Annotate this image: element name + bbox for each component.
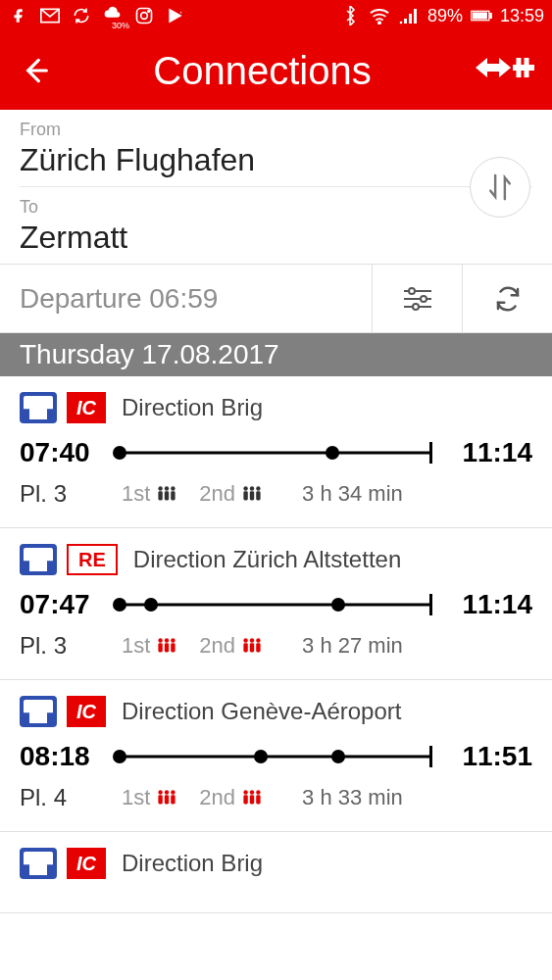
svg-point-46: [243, 790, 247, 794]
svg-point-28: [159, 638, 163, 642]
to-label: To: [20, 197, 532, 218]
svg-rect-49: [250, 795, 254, 804]
second-class-label: 2nd: [199, 785, 235, 810]
signal-icon: [398, 5, 420, 26]
svg-rect-31: [165, 643, 169, 652]
direction-label: Direction Brig: [122, 394, 263, 421]
battery-icon: [471, 5, 492, 26]
svg-point-15: [413, 304, 419, 310]
connection-item[interactable]: RE Direction Zürich Altstetten 07:47 11:…: [0, 528, 552, 680]
direction-label: Direction Brig: [122, 850, 263, 877]
sync-icon: [71, 5, 92, 26]
direction-label: Direction Genève-Aéroport: [122, 698, 401, 725]
facebook-icon: [8, 5, 29, 26]
journey-timeline: [120, 592, 432, 617]
duration-label: 3 h 27 min: [302, 633, 403, 659]
svg-point-38: [256, 638, 260, 642]
departure-time: 07:40: [20, 437, 108, 468]
svg-point-3: [148, 11, 150, 13]
svg-point-14: [421, 296, 427, 302]
train-badge: IC: [67, 392, 106, 423]
journey-timeline: [120, 744, 432, 769]
filter-button[interactable]: [372, 265, 462, 332]
swap-icon: [485, 171, 515, 204]
svg-rect-29: [159, 643, 163, 652]
svg-point-5: [400, 22, 403, 24]
svg-point-26: [256, 486, 260, 490]
duration-label: 3 h 33 min: [302, 785, 403, 810]
svg-point-20: [172, 486, 176, 490]
platform-label: Pl. 3: [20, 480, 122, 508]
journey-timeline: [120, 440, 432, 466]
search-panel: From Zürich Flughafen To Zermatt: [0, 110, 552, 265]
svg-rect-17: [159, 491, 163, 500]
svg-rect-47: [243, 795, 247, 804]
arrival-time: 11:14: [444, 589, 532, 620]
svg-point-4: [378, 22, 380, 24]
svg-rect-23: [243, 491, 247, 500]
sliders-icon: [402, 286, 433, 312]
back-button[interactable]: [18, 55, 49, 86]
from-field[interactable]: From Zürich Flughafen: [0, 110, 552, 186]
occupancy-first-icon: [156, 484, 177, 504]
to-value: Zermatt: [20, 220, 532, 256]
to-field[interactable]: To Zermatt: [0, 187, 552, 264]
sbb-logo-icon: [476, 56, 534, 85]
first-class-label: 1st: [122, 785, 150, 810]
second-class-label: 2nd: [199, 481, 235, 507]
departure-time-button[interactable]: Departure 06:59: [0, 265, 372, 332]
svg-rect-10: [490, 14, 492, 19]
svg-point-36: [250, 638, 254, 642]
svg-rect-51: [256, 795, 260, 804]
svg-point-40: [159, 790, 163, 794]
from-label: From: [20, 120, 532, 140]
mail-icon: [39, 5, 61, 26]
connection-item[interactable]: IC Direction Genève-Aéroport 08:18 11:51…: [0, 680, 552, 832]
svg-rect-35: [243, 643, 247, 652]
occupancy-second-icon: [241, 636, 263, 656]
platform-label: Pl. 3: [20, 632, 122, 660]
train-badge: RE: [67, 544, 118, 575]
departure-time: 08:18: [20, 741, 108, 772]
occupancy-second-icon: [241, 788, 263, 808]
svg-point-16: [159, 486, 163, 490]
train-icon: [20, 848, 57, 879]
svg-rect-33: [172, 643, 176, 652]
connection-item[interactable]: IC Direction Brig: [0, 832, 552, 913]
train-icon: [20, 544, 57, 575]
clock-time: 13:59: [500, 6, 544, 26]
svg-rect-11: [473, 12, 487, 19]
status-bar: 30% 89% 13:59: [0, 0, 552, 31]
train-icon: [20, 392, 57, 423]
swap-button[interactable]: [470, 157, 530, 218]
svg-rect-27: [256, 491, 260, 500]
svg-point-32: [172, 638, 176, 642]
svg-point-48: [250, 790, 254, 794]
occupancy-first-icon: [156, 636, 177, 656]
svg-rect-7: [409, 14, 412, 24]
departure-time: 07:47: [20, 589, 108, 620]
svg-rect-39: [256, 643, 260, 652]
svg-point-50: [256, 790, 260, 794]
svg-point-24: [250, 486, 254, 490]
refresh-button[interactable]: [462, 265, 552, 332]
connection-item[interactable]: IC Direction Brig 07:40 11:14 Pl. 3 1st …: [0, 376, 552, 528]
svg-point-18: [165, 486, 169, 490]
svg-rect-12: [513, 65, 534, 71]
svg-rect-37: [250, 643, 254, 652]
svg-point-44: [172, 790, 176, 794]
svg-point-13: [409, 288, 415, 294]
battery-percent: 89%: [427, 6, 463, 26]
svg-point-2: [141, 13, 148, 20]
duration-label: 3 h 34 min: [302, 481, 403, 507]
second-class-label: 2nd: [199, 633, 235, 659]
svg-point-42: [165, 790, 169, 794]
svg-rect-25: [250, 491, 254, 500]
instagram-icon: [133, 5, 155, 26]
train-badge: IC: [67, 848, 106, 879]
svg-point-34: [243, 638, 247, 642]
wifi-icon: [369, 5, 390, 26]
svg-rect-6: [404, 19, 407, 24]
svg-rect-43: [165, 795, 169, 804]
bluetooth-icon: [339, 5, 361, 26]
